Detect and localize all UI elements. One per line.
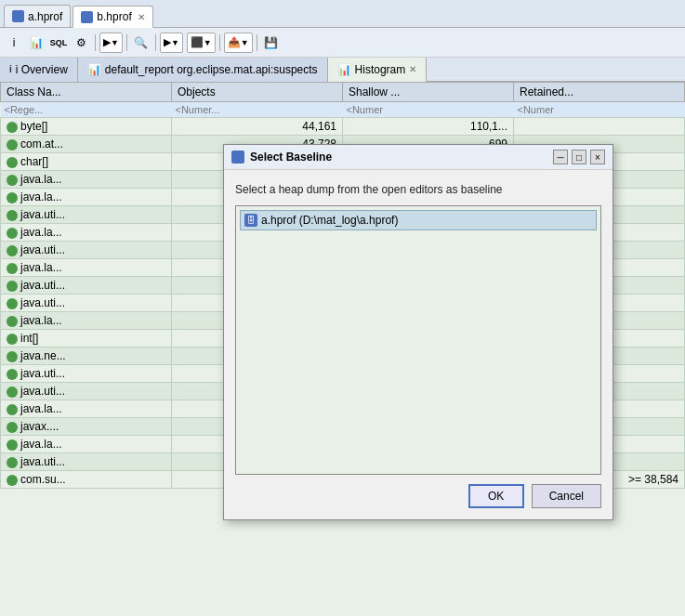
dialog-title-icon [231,151,244,164]
dialog-maximize-btn[interactable]: □ [572,150,586,164]
dialog-controls: ─ □ × [553,150,605,164]
db-item-icon: 🗄 [244,214,257,227]
dialog-title-text: Select Baseline [250,151,332,164]
dialog-body: Select a heap dump from the open editors… [224,170,613,519]
dialog-buttons: OK Cancel [235,484,601,508]
dialog-title: Select Baseline [231,151,332,164]
select-baseline-dialog: Select Baseline ─ □ × Select a heap dump… [223,144,613,520]
ok-button[interactable]: OK [468,484,524,508]
dialog-close-btn[interactable]: × [590,150,605,164]
dialog-list-item-0[interactable]: 🗄 a.hprof (D:\mat_log\a.hprof) [240,210,597,230]
dialog-list[interactable]: 🗄 a.hprof (D:\mat_log\a.hprof) [235,205,601,475]
dialog-minimize-btn[interactable]: ─ [553,150,568,164]
cancel-button[interactable]: Cancel [532,484,601,508]
dialog-description: Select a heap dump from the open editors… [235,183,601,196]
dialog-titlebar: Select Baseline ─ □ × [224,145,613,170]
dialog-item-label: a.hprof (D:\mat_log\a.hprof) [261,214,398,227]
dialog-overlay: Select Baseline ─ □ × Select a heap dump… [0,0,685,616]
